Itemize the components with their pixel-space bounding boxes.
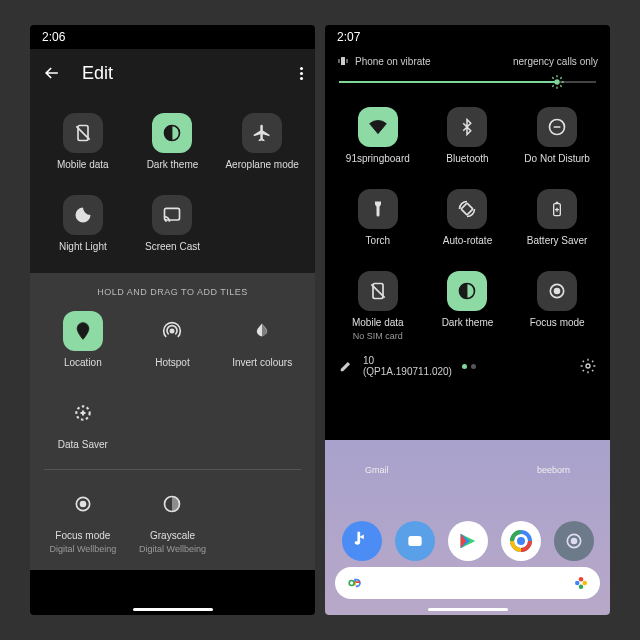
auto-rotate-icon[interactable] — [447, 189, 487, 229]
available-tiles-section: HOLD AND DRAG TO ADD TILES LocationHotsp… — [30, 273, 315, 570]
brightness-slider[interactable] — [325, 77, 610, 97]
active-tiles-section: Mobile dataDark themeAeroplane modeNight… — [30, 97, 315, 273]
mobile-data-icon[interactable] — [358, 271, 398, 311]
mobile-data-icon[interactable] — [63, 113, 103, 153]
svg-rect-9 — [408, 536, 421, 546]
tile-bluetooth[interactable]: Bluetooth — [427, 107, 507, 165]
tile-label: Dark theme — [147, 159, 199, 171]
tile-sublabel: Digital Wellbeing — [49, 544, 116, 554]
svg-point-17 — [349, 581, 354, 586]
svg-point-21 — [579, 585, 584, 590]
phone-right-qs: 2:07 Gmailbeeborn — [325, 25, 610, 615]
tile-label: Mobile data — [57, 159, 109, 171]
dock-row — [335, 521, 600, 561]
tile-screen-cast[interactable]: Screen Cast — [132, 195, 212, 253]
svg-rect-22 — [341, 57, 345, 65]
phone-left-edit: 2:06 Edit Mobile dataDark themeAeroplane… — [30, 25, 315, 615]
dark-theme-icon[interactable] — [152, 113, 192, 153]
tile-data-saver[interactable]: Data Saver — [43, 393, 123, 451]
page-indicator — [462, 364, 476, 369]
tile-aeroplane[interactable]: Aeroplane mode — [222, 113, 302, 171]
status-bar: 2:07 — [325, 25, 610, 49]
quick-settings-panel: Phone on vibrate nergency calls only 91s… — [325, 49, 610, 389]
location-icon[interactable] — [63, 311, 103, 351]
svg-rect-2 — [165, 208, 180, 220]
tile-label: Location — [64, 357, 102, 369]
torch-icon[interactable] — [358, 189, 398, 229]
settings-gear-icon[interactable] — [580, 358, 596, 374]
brightness-thumb-icon[interactable] — [549, 74, 565, 90]
tile-sublabel: No SIM card — [353, 331, 403, 341]
tile-focus-mode[interactable]: Focus modeDigital Wellbeing — [43, 484, 123, 554]
divider — [44, 469, 301, 470]
tile-dnd[interactable]: Do Not Disturb — [517, 107, 597, 165]
invert-icon[interactable] — [242, 311, 282, 351]
tile-dark-theme[interactable]: Dark theme — [427, 271, 507, 341]
grayscale-icon[interactable] — [152, 484, 192, 524]
focus-mode-icon[interactable] — [537, 271, 577, 311]
dark-theme-icon[interactable] — [447, 271, 487, 311]
screen-cast-icon[interactable] — [152, 195, 192, 235]
dnd-icon[interactable] — [537, 107, 577, 147]
back-icon[interactable] — [42, 63, 62, 83]
emergency-text: nergency calls only — [513, 56, 598, 67]
qs-status-row: Phone on vibrate nergency calls only — [325, 49, 610, 77]
status-bar: 2:06 — [30, 25, 315, 49]
svg-point-18 — [575, 581, 580, 586]
focus-mode-icon[interactable] — [63, 484, 103, 524]
clock: 2:06 — [42, 30, 65, 44]
tile-label: Torch — [366, 235, 390, 247]
tile-label: Dark theme — [442, 317, 494, 329]
search-bar[interactable] — [335, 567, 600, 599]
homescreen-blur: Gmailbeeborn — [325, 440, 610, 615]
tile-label: Focus mode — [55, 530, 110, 542]
vibrate-text: Phone on vibrate — [355, 56, 431, 67]
drag-hint: HOLD AND DRAG TO ADD TILES — [38, 287, 307, 297]
edit-header: Edit — [30, 49, 315, 97]
bluetooth-icon[interactable] — [447, 107, 487, 147]
svg-point-23 — [555, 79, 560, 84]
tile-torch[interactable]: Torch — [338, 189, 418, 247]
tile-sublabel: Digital Wellbeing — [139, 544, 206, 554]
edit-icon[interactable] — [339, 359, 353, 373]
tile-mobile-data[interactable]: Mobile data — [43, 113, 123, 171]
home-indicator[interactable] — [133, 608, 213, 611]
edit-title: Edit — [82, 63, 280, 84]
battery-saver-icon[interactable] — [537, 189, 577, 229]
overflow-menu-icon[interactable] — [300, 67, 303, 80]
build-number: 10 (QP1A.190711.020) — [363, 355, 452, 377]
tile-label: Auto-rotate — [443, 235, 492, 247]
clock: 2:07 — [337, 30, 360, 44]
wifi-icon[interactable] — [358, 107, 398, 147]
data-saver-icon[interactable] — [63, 393, 103, 433]
tile-hotspot[interactable]: Hotspot — [132, 311, 212, 369]
tile-label: Night Light — [59, 241, 107, 253]
aeroplane-icon[interactable] — [242, 113, 282, 153]
qs-footer: 10 (QP1A.190711.020) — [325, 347, 610, 385]
svg-point-14 — [517, 537, 525, 545]
tile-label: Aeroplane mode — [225, 159, 298, 171]
tile-dark-theme[interactable]: Dark theme — [132, 113, 212, 171]
night-light-icon[interactable] — [63, 195, 103, 235]
tile-label: Screen Cast — [145, 241, 200, 253]
tile-label: Data Saver — [58, 439, 108, 451]
svg-point-16 — [571, 539, 576, 544]
home-indicator[interactable] — [428, 608, 508, 611]
tile-battery-saver[interactable]: Battery Saver — [517, 189, 597, 247]
tile-label: Mobile data — [352, 317, 404, 329]
tile-mobile-data[interactable]: Mobile dataNo SIM card — [338, 271, 418, 341]
tile-label: Invert colours — [232, 357, 292, 369]
tile-wifi[interactable]: 91springboard — [338, 107, 418, 165]
tile-auto-rotate[interactable]: Auto-rotate — [427, 189, 507, 247]
tile-location[interactable]: Location — [43, 311, 123, 369]
tile-label: Hotspot — [155, 357, 189, 369]
tile-grayscale[interactable]: GrayscaleDigital Wellbeing — [132, 484, 212, 554]
tile-invert[interactable]: Invert colours — [222, 311, 302, 369]
svg-rect-25 — [462, 203, 474, 215]
hotspot-icon[interactable] — [152, 311, 192, 351]
svg-point-4 — [171, 329, 174, 332]
tile-night-light[interactable]: Night Light — [43, 195, 123, 253]
tile-label: Battery Saver — [527, 235, 588, 247]
tile-focus-mode[interactable]: Focus mode — [517, 271, 597, 341]
app-row-labels: Gmailbeeborn — [335, 465, 600, 515]
